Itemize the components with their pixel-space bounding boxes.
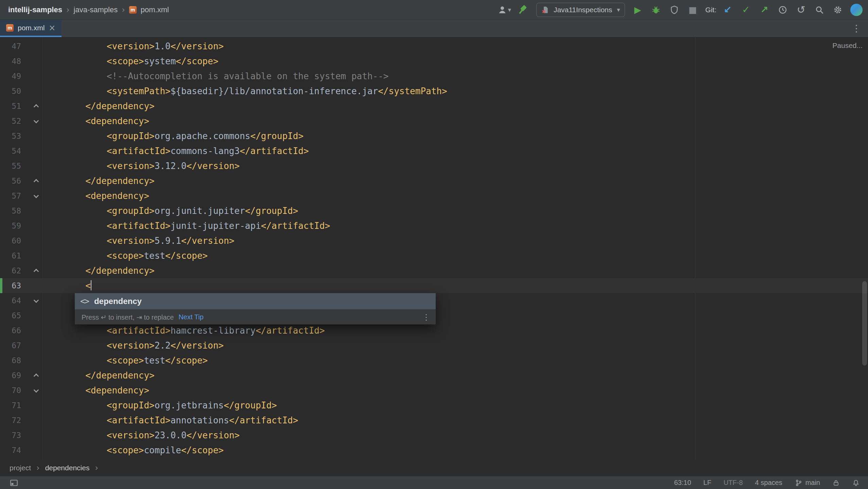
breadcrumb-tag-project[interactable]: project <box>10 464 31 472</box>
encoding-widget[interactable]: UTF-8 <box>724 479 743 487</box>
line-number[interactable]: 55 <box>0 158 21 173</box>
read-only-toggle[interactable] <box>832 479 840 487</box>
line-number[interactable]: 64 <box>0 293 21 308</box>
code-line-67[interactable]: 67 <version>2.2</version> <box>0 338 868 353</box>
code-line-61[interactable]: 61 <scope>test</scope> <box>0 248 868 263</box>
fold-up-icon[interactable] <box>34 368 38 383</box>
line-number[interactable]: 57 <box>0 188 21 203</box>
line-number[interactable]: 70 <box>0 383 21 398</box>
git-push-button[interactable]: ↗ <box>759 3 770 17</box>
next-tip-link[interactable]: Next Tip <box>178 313 203 321</box>
run-with-coverage-button[interactable] <box>669 3 680 17</box>
run-button[interactable]: ▶ <box>632 3 643 17</box>
fold-down-icon[interactable] <box>34 188 38 203</box>
code-line-47[interactable]: 47 <version>1.0</version> <box>0 39 868 54</box>
caret-position-widget[interactable]: 63:10 <box>674 479 691 487</box>
fold-up-icon[interactable] <box>34 99 38 114</box>
line-number[interactable]: 67 <box>0 338 21 353</box>
indent-widget[interactable]: 4 spaces <box>755 479 782 487</box>
vertical-scrollbar[interactable] <box>862 281 867 366</box>
line-number[interactable]: 51 <box>0 99 21 114</box>
code-line-59[interactable]: 59 <artifactId>junit-jupiter-api</artifa… <box>0 218 868 233</box>
code-line-62[interactable]: 62 </dependency> <box>0 263 868 278</box>
code-line-68[interactable]: 68 <scope>test</scope> <box>0 353 868 368</box>
line-number[interactable]: 65 <box>0 308 21 323</box>
breadcrumb-tag-dependencies[interactable]: dependencies <box>45 464 90 472</box>
code-with-me-button[interactable] <box>850 3 863 17</box>
code-line-71[interactable]: 71 <groupId>org.jetbrains</groupId> <box>0 398 868 413</box>
line-number[interactable]: 72 <box>0 413 21 428</box>
status-widgets: 63:10 LF UTF-8 4 spaces main <box>674 479 860 487</box>
code-line-70[interactable]: 70 <dependency> <box>0 383 868 398</box>
line-number[interactable]: 73 <box>0 428 21 443</box>
line-number[interactable]: 58 <box>0 203 21 218</box>
line-number[interactable]: 71 <box>0 398 21 413</box>
line-number[interactable]: 50 <box>0 84 21 99</box>
code-line-57[interactable]: 57 <dependency> <box>0 188 868 203</box>
completion-item-dependency[interactable]: <> dependency <box>75 293 436 309</box>
line-number[interactable]: 66 <box>0 323 21 338</box>
local-history-button[interactable] <box>777 3 788 17</box>
line-number[interactable]: 56 <box>0 173 21 188</box>
code-line-56[interactable]: 56 </dependency> <box>0 173 868 188</box>
line-number[interactable]: 69 <box>0 368 21 383</box>
breadcrumb-project[interactable]: intellij-samples <box>8 5 62 14</box>
chevron-down-icon: ▾ <box>508 7 511 13</box>
fold-down-icon[interactable] <box>34 114 38 129</box>
stop-button[interactable]: ■ <box>687 3 698 17</box>
code-line-55[interactable]: 55 <version>3.12.0</version> <box>0 158 868 173</box>
fold-down-icon[interactable] <box>34 293 38 308</box>
close-icon[interactable]: × <box>49 23 55 33</box>
fold-up-icon[interactable] <box>34 173 38 188</box>
build-project-button[interactable] <box>518 3 530 17</box>
git-commit-button[interactable]: ✓ <box>740 3 752 17</box>
line-number[interactable]: 48 <box>0 54 21 69</box>
tool-window-layout-button[interactable] <box>8 476 20 489</box>
code-line-72[interactable]: 72 <artifactId>annotations</artifactId> <box>0 413 868 428</box>
line-number[interactable]: 49 <box>0 69 21 84</box>
code-line-50[interactable]: 50 <systemPath>${basedir}/lib/annotation… <box>0 84 868 99</box>
code-line-54[interactable]: 54 <artifactId>commons-lang3</artifactId… <box>0 144 868 158</box>
code-line-58[interactable]: 58 <groupId>org.junit.jupiter</groupId> <box>0 203 868 218</box>
settings-button[interactable] <box>832 3 844 17</box>
code-line-48[interactable]: 48 <scope>system</scope> <box>0 54 868 69</box>
code-line-66[interactable]: 66 <artifactId>hamcrest-library</artifac… <box>0 323 868 338</box>
line-number[interactable]: 62 <box>0 263 21 278</box>
popup-menu-button[interactable]: ⋮ <box>422 313 430 322</box>
line-number[interactable]: 60 <box>0 233 21 248</box>
line-number[interactable]: 68 <box>0 353 21 368</box>
line-number[interactable]: 61 <box>0 248 21 263</box>
line-number[interactable]: 54 <box>0 144 21 158</box>
line-number[interactable]: 47 <box>0 39 21 54</box>
search-everywhere-button[interactable] <box>814 3 825 17</box>
user-profile-button[interactable]: ▾ <box>497 3 511 17</box>
fold-up-icon[interactable] <box>34 263 38 278</box>
code-line-53[interactable]: 53 <groupId>org.apache.commons</groupId> <box>0 129 868 144</box>
line-ending-widget[interactable]: LF <box>704 479 711 487</box>
line-number[interactable]: 63 <box>0 278 21 293</box>
breadcrumb-file[interactable]: pom.xml <box>141 5 169 14</box>
code-line-63[interactable]: 63 < <box>0 278 868 293</box>
fold-down-icon[interactable] <box>34 383 38 398</box>
rollback-button[interactable]: ↺ <box>795 3 807 17</box>
code-line-51[interactable]: 51 </dependency> <box>0 99 868 114</box>
git-update-button[interactable]: ↙ <box>722 3 733 17</box>
code-line-74[interactable]: 74 <scope>compile</scope> <box>0 443 868 458</box>
line-number[interactable]: 53 <box>0 129 21 144</box>
line-number[interactable]: 52 <box>0 114 21 129</box>
line-number[interactable]: 74 <box>0 443 21 458</box>
code-line-52[interactable]: 52 <dependency> <box>0 114 868 129</box>
code-editor[interactable]: 47 <version>1.0</version>48 <scope>syste… <box>0 37 868 460</box>
line-number[interactable]: 59 <box>0 218 21 233</box>
tab-options-button[interactable]: ⋮ <box>852 23 861 34</box>
code-line-60[interactable]: 60 <version>5.9.1</version> <box>0 233 868 248</box>
code-line-73[interactable]: 73 <version>23.0.0</version> <box>0 428 868 443</box>
code-line-69[interactable]: 69 </dependency> <box>0 368 868 383</box>
git-branch-widget[interactable]: main <box>795 479 820 487</box>
debug-button[interactable] <box>650 3 662 17</box>
tab-pom-xml[interactable]: m pom.xml × <box>0 20 62 37</box>
breadcrumb-module[interactable]: java-samples <box>74 5 118 14</box>
notifications-button[interactable] <box>852 479 860 487</box>
code-line-49[interactable]: 49 <!--Autocompletion is available on th… <box>0 69 868 84</box>
run-configuration-select[interactable]: Java11Inspections ▾ <box>536 3 625 17</box>
